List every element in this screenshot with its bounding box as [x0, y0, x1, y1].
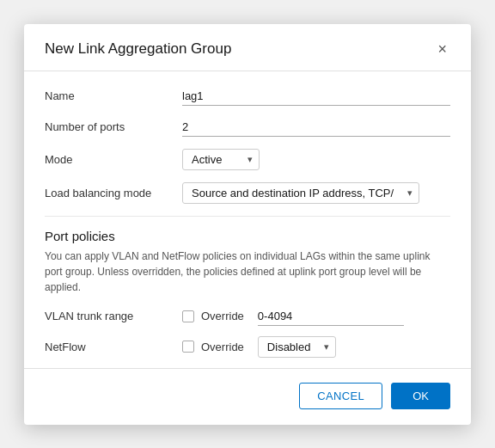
port-policies-title: Port policies — [45, 229, 450, 243]
mode-label: Mode — [45, 153, 182, 166]
netflow-select[interactable]: Disabled Enabled — [258, 336, 336, 358]
ports-row: Number of ports — [45, 118, 450, 137]
mode-row: Mode Active Passive Static — [45, 149, 450, 170]
lb-mode-select-wrapper: Source and destination IP address, TCP/ … — [182, 182, 419, 204]
mode-select-wrapper: Active Passive Static — [182, 149, 260, 170]
ok-button[interactable]: OK — [391, 383, 450, 409]
netflow-select-wrapper: Disabled Enabled — [258, 336, 336, 358]
new-lag-dialog: New Link Aggregation Group × Name Number… — [24, 24, 471, 425]
vlan-range-input[interactable] — [258, 307, 404, 326]
dialog-header: New Link Aggregation Group × — [24, 24, 471, 71]
netflow-override-text: Override — [201, 341, 244, 353]
vlan-override-group: Override — [182, 307, 404, 326]
name-row: Name — [45, 87, 450, 106]
port-policies-section: Port policies You can apply VLAN and Net… — [45, 216, 450, 358]
netflow-row: NetFlow Override Disabled Enabled — [45, 336, 450, 358]
close-button[interactable]: × — [434, 40, 450, 58]
netflow-override-group: Override Disabled Enabled — [182, 336, 336, 358]
port-policies-desc: You can apply VLAN and NetFlow policies … — [45, 249, 450, 295]
vlan-override-text: Override — [201, 310, 244, 322]
netflow-label: NetFlow — [45, 341, 182, 353]
lb-mode-label: Load balancing mode — [45, 187, 182, 199]
name-input[interactable] — [182, 87, 450, 106]
dialog-body: Name Number of ports Mode Active Passive… — [24, 71, 471, 358]
lb-mode-select[interactable]: Source and destination IP address, TCP/ … — [182, 182, 419, 204]
netflow-override-checkbox[interactable] — [182, 341, 194, 353]
vlan-override-checkbox[interactable] — [182, 310, 194, 322]
dialog-footer: CANCEL OK — [24, 368, 471, 425]
vlan-label: VLAN trunk range — [45, 310, 182, 322]
name-label: Name — [45, 89, 182, 102]
ports-input[interactable] — [182, 118, 450, 137]
lb-mode-row: Load balancing mode Source and destinati… — [45, 182, 450, 204]
cancel-button[interactable]: CANCEL — [299, 383, 382, 409]
ports-label: Number of ports — [45, 120, 182, 133]
mode-select[interactable]: Active Passive Static — [182, 149, 260, 170]
vlan-row: VLAN trunk range Override — [45, 307, 450, 326]
dialog-title: New Link Aggregation Group — [45, 40, 231, 58]
